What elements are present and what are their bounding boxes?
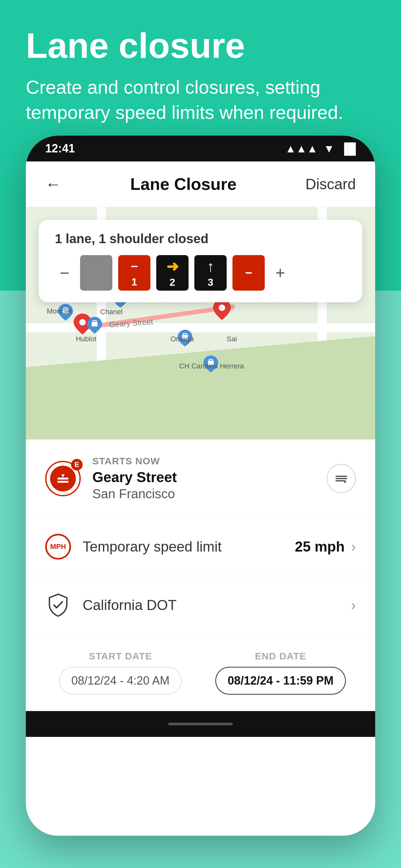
authority-chevron-area[interactable]: › — [351, 597, 356, 613]
dates-section: START DATE 08/12/24 - 4:20 AM END DATE 0… — [26, 634, 375, 711]
popup-title: 1 lane, 1 shoulder closed — [55, 231, 346, 246]
end-date-col[interactable]: END DATE 08/12/24 - 11:59 PM — [205, 651, 356, 694]
page-subtitle: Create and control closures, setting tem… — [26, 74, 375, 125]
svg-rect-9 — [58, 477, 68, 479]
app-header: ← Lane Closure Discard — [26, 161, 375, 207]
lane-increase-button[interactable]: + — [271, 263, 290, 283]
start-date-label: START DATE — [89, 651, 152, 662]
wifi-icon: ▼ — [323, 143, 335, 155]
speed-value: 25 mph — [295, 538, 344, 555]
turn-arrow-icon: ➜ — [166, 258, 179, 275]
authority-row[interactable]: California DOT › — [26, 576, 375, 634]
label-hublot: Hublot — [76, 335, 96, 343]
lane-number-2: 2 — [169, 276, 175, 288]
authority-chevron[interactable]: › — [351, 597, 356, 613]
end-date-value[interactable]: 08/12/24 - 11:59 PM — [215, 667, 346, 694]
svg-rect-10 — [58, 481, 68, 483]
app-title: Lane Closure — [130, 175, 236, 194]
up-arrow-icon: ↑ — [207, 258, 214, 275]
authority-label: California DOT — [83, 597, 339, 613]
authority-text: California DOT — [83, 597, 339, 613]
closure-icon: E — [45, 461, 81, 496]
store-marker-hublot — [87, 317, 102, 334]
starts-label: STARTS NOW — [92, 456, 315, 467]
svg-point-1 — [219, 305, 225, 311]
svg-rect-3 — [92, 322, 97, 327]
status-time: 12:41 — [45, 142, 75, 155]
lane-number-1: 1 — [131, 276, 137, 288]
battery-icon: ▐█ — [340, 143, 356, 155]
location-edit-area[interactable] — [327, 464, 356, 493]
label-chanel: Chanel — [100, 308, 123, 316]
label-moncler: Moncler — [47, 307, 72, 315]
location-row: E STARTS NOW Geary Street San Francisco — [26, 439, 375, 518]
label-carolina: CH Carolina Herrera — [179, 362, 244, 370]
closure-icon-inner — [50, 466, 76, 492]
lanes-row[interactable]: − − 1 ➜ 2 ↑ 3 — [55, 255, 346, 290]
label-sai: Sai — [227, 335, 237, 343]
end-date-label: END DATE — [255, 651, 306, 662]
lane-box-2: ➜ 2 — [156, 255, 189, 290]
lane-popup: 1 lane, 1 shoulder closed − − 1 ➜ 2 — [39, 220, 362, 302]
back-button[interactable]: ← — [45, 175, 61, 193]
phone-frame: 12:41 ▲▲▲ ▼ ▐█ ← Lane Closure Discard — [26, 135, 375, 836]
header-section: Lane closure Create and control closures… — [26, 26, 375, 125]
svg-point-0 — [80, 319, 86, 326]
city-name: San Francisco — [92, 487, 315, 501]
speed-chevron[interactable]: › — [351, 538, 356, 555]
lane-closed-icon-right: − — [240, 265, 257, 281]
home-bar — [168, 723, 233, 725]
speed-limit-label: Temporary speed limit — [83, 538, 283, 555]
speed-limit-text: Temporary speed limit — [83, 538, 283, 555]
start-date-col[interactable]: START DATE 08/12/24 - 4:20 AM — [45, 651, 196, 694]
lane-decrease-button[interactable]: − — [55, 263, 74, 283]
shield-icon — [45, 592, 71, 618]
signal-icon: ▲▲▲ — [285, 143, 318, 155]
home-indicator — [26, 711, 375, 737]
status-icons: ▲▲▲ ▼ ▐█ — [285, 143, 356, 155]
lane-box-3: ↑ 3 — [194, 255, 227, 290]
status-bar: 12:41 ▲▲▲ ▼ ▐█ — [26, 135, 375, 161]
lane-box-1: − 1 — [118, 255, 150, 290]
location-info: STARTS NOW Geary Street San Francisco — [92, 456, 315, 501]
speed-limit-icon: MPH — [45, 534, 71, 560]
lane-closed-icon-1: − — [126, 258, 143, 275]
speed-limit-value-area[interactable]: 25 mph › — [295, 538, 356, 555]
edit-button[interactable] — [327, 464, 356, 493]
discard-button[interactable]: Discard — [305, 175, 356, 193]
label-omega: Omega — [171, 335, 194, 343]
page-title: Lane closure — [26, 26, 375, 65]
start-date-value[interactable]: 08/12/24 - 4:20 AM — [59, 667, 182, 694]
map-area[interactable]: Moncler Hublot Chanel Bottega Veneta Val… — [26, 207, 375, 439]
lane-box-shoulder-right: − — [233, 255, 265, 290]
e-badge: E — [71, 459, 83, 470]
lane-number-3: 3 — [208, 276, 213, 288]
speed-limit-row[interactable]: MPH Temporary speed limit 25 mph › — [26, 518, 375, 576]
lane-box-shoulder — [80, 255, 112, 290]
end-pin — [213, 299, 231, 321]
street-name: Geary Street — [92, 469, 315, 485]
